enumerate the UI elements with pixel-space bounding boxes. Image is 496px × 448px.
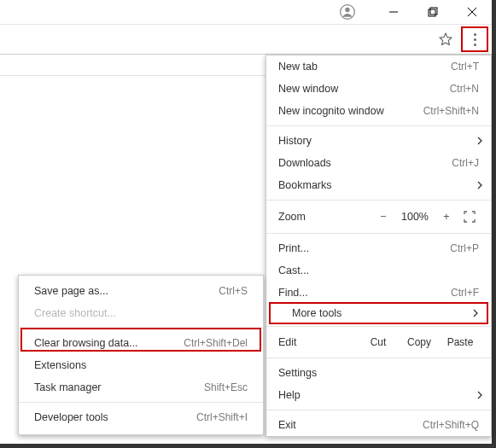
menu-item-help[interactable]: Help (266, 384, 491, 406)
submenu-item-save-page[interactable]: Save page as... Ctrl+S (19, 280, 263, 302)
zoom-label: Zoom (278, 211, 370, 223)
menu-item-shortcut: Shift+Esc (204, 381, 248, 393)
menu-item-shortcut: Ctrl+Shift+Del (184, 337, 248, 349)
menu-item-edit: Edit Cut Copy Paste (266, 330, 491, 354)
menu-item-shortcut: Ctrl+S (219, 285, 248, 297)
menu-item-print[interactable]: Print... Ctrl+P (266, 237, 491, 259)
menu-item-label: New incognito window (278, 105, 423, 117)
menu-item-history[interactable]: History (266, 130, 491, 152)
menu-item-label: Find... (278, 287, 451, 299)
menu-item-shortcut: Ctrl+J (452, 157, 479, 169)
svg-point-1 (345, 8, 349, 12)
toolbar (0, 24, 492, 55)
menu-item-label: More tools (283, 307, 475, 319)
menu-item-label: Cast... (278, 265, 479, 276)
minimize-button[interactable] (374, 3, 413, 21)
zoom-out-button[interactable]: − (373, 211, 394, 223)
maximize-button[interactable] (413, 3, 452, 21)
menu-item-label: Exit (278, 419, 423, 431)
submenu-item-task-manager[interactable]: Task manager Shift+Esc (19, 376, 263, 399)
menu-item-find[interactable]: Find... Ctrl+F (266, 282, 491, 304)
menu-item-label: New tab (278, 61, 451, 73)
more-tools-submenu: Save page as... Ctrl+S Create shortcut..… (18, 275, 264, 435)
menu-item-label: New window (278, 83, 450, 95)
menu-item-label: History (278, 135, 479, 147)
submenu-item-extensions[interactable]: Extensions (19, 354, 263, 376)
menu-item-shortcut: Ctrl+Shift+I (196, 411, 248, 423)
menu-item-label: Create shortcut... (34, 307, 248, 319)
zoom-in-button[interactable]: + (436, 211, 457, 223)
menu-item-shortcut: Ctrl+Shift+N (423, 105, 479, 117)
more-vertical-icon (474, 33, 476, 46)
chevron-right-icon (473, 309, 478, 317)
menu-item-label: Clear browsing data... (34, 337, 184, 349)
submenu-item-clear-browsing-data[interactable]: Clear browsing data... Ctrl+Shift+Del (19, 332, 263, 354)
close-button[interactable] (452, 3, 492, 21)
copy-button[interactable]: Copy (400, 336, 438, 348)
menu-item-label: Extensions (34, 359, 248, 371)
menu-item-new-window[interactable]: New window Ctrl+N (266, 78, 491, 100)
menu-item-label: Task manager (34, 381, 204, 393)
menu-item-exit[interactable]: Exit Ctrl+Shift+Q (266, 414, 491, 436)
submenu-item-create-shortcut: Create shortcut... (19, 302, 263, 324)
menu-item-label: Help (278, 389, 479, 401)
chevron-right-icon (477, 391, 482, 399)
menu-item-shortcut: Ctrl+F (451, 287, 479, 299)
submenu-item-developer-tools[interactable]: Developer tools Ctrl+Shift+I (19, 406, 263, 428)
chevron-right-icon (477, 137, 482, 145)
menu-item-shortcut: Ctrl+P (450, 242, 479, 254)
menu-item-label: Bookmarks (278, 179, 479, 191)
menu-item-label: Print... (278, 242, 450, 254)
fullscreen-icon[interactable] (460, 211, 479, 223)
menu-item-bookmarks[interactable]: Bookmarks (266, 174, 491, 196)
menu-item-shortcut: Ctrl+T (451, 61, 479, 73)
paste-button[interactable]: Paste (441, 336, 479, 348)
menu-item-new-tab[interactable]: New tab Ctrl+T (266, 55, 491, 78)
menu-item-label: Settings (278, 367, 479, 379)
titlebar (0, 3, 492, 21)
menu-button[interactable] (461, 26, 488, 52)
menu-item-more-tools[interactable]: More tools (269, 302, 488, 324)
chevron-right-icon (477, 181, 482, 189)
svg-rect-4 (430, 8, 437, 15)
menu-item-settings[interactable]: Settings (266, 362, 491, 384)
main-menu: New tab Ctrl+T New window Ctrl+N New inc… (266, 55, 492, 437)
menu-item-zoom: Zoom − 100% + (266, 204, 491, 230)
bookmark-star-icon[interactable] (434, 27, 458, 51)
window-controls (374, 3, 492, 21)
edit-label: Edit (278, 336, 356, 348)
menu-item-shortcut: Ctrl+Shift+Q (423, 419, 479, 431)
user-icon[interactable] (336, 1, 359, 23)
cut-button[interactable]: Cut (359, 336, 397, 348)
menu-item-label: Downloads (278, 157, 452, 169)
menu-item-cast[interactable]: Cast... (266, 259, 491, 282)
svg-rect-3 (429, 9, 435, 16)
menu-item-shortcut: Ctrl+N (450, 83, 479, 95)
zoom-percent: 100% (397, 211, 433, 223)
menu-item-label: Save page as... (34, 285, 219, 297)
menu-item-new-incognito[interactable]: New incognito window Ctrl+Shift+N (266, 100, 491, 122)
menu-item-downloads[interactable]: Downloads Ctrl+J (266, 152, 491, 174)
menu-item-label: Developer tools (34, 411, 196, 423)
